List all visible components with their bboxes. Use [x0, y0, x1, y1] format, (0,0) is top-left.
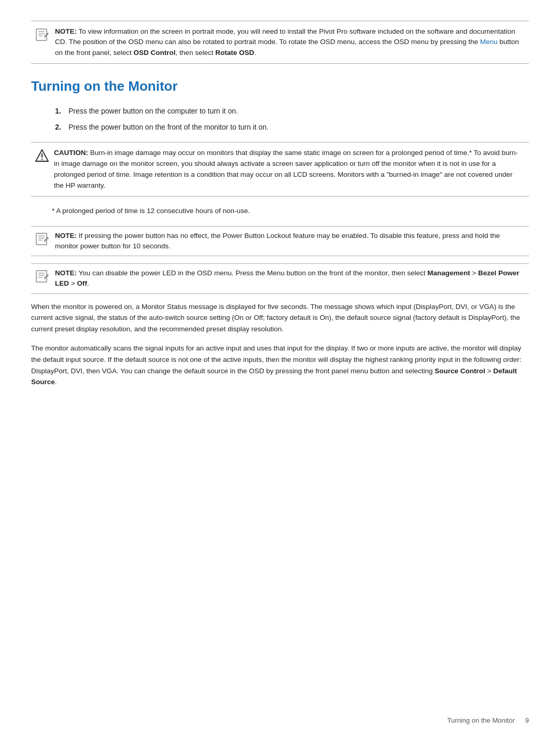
note2-text3: > [69, 279, 77, 287]
para2-text2: > [485, 367, 493, 375]
top-note-content4: . [254, 49, 256, 57]
para2-bold1: Source Control [435, 367, 485, 375]
note2-text: NOTE: You can disable the power LED in t… [55, 268, 523, 289]
page-footer: Turning on the Monitor 9 [447, 716, 529, 724]
step-1-num: 1. [52, 106, 61, 117]
note2-label: NOTE: [55, 269, 77, 277]
top-note-content: To view information on the screen in por… [55, 27, 515, 46]
note-icon [35, 27, 50, 42]
note2-body: You can disable the power LED in the OSD… [79, 269, 428, 277]
top-note-box: NOTE: To view information on the screen … [31, 21, 529, 64]
top-note-bold1: OSD Control [134, 49, 176, 57]
svg-rect-11 [36, 271, 47, 282]
top-note-label: NOTE: [55, 27, 77, 35]
step-1: 1. Press the power button on the compute… [52, 106, 529, 117]
caution-label: CAUTION: [54, 149, 88, 157]
step-2: 2. Press the power button on the front o… [52, 122, 529, 133]
menu-link[interactable]: Menu [480, 38, 498, 46]
caution-body: Burn-in image damage may occur on monito… [54, 149, 518, 189]
caution-icon [35, 149, 49, 164]
footer-page: 9 [525, 716, 529, 724]
note2-box: NOTE: You can disable the power LED in t… [31, 263, 529, 294]
svg-rect-0 [36, 29, 47, 40]
steps-list: 1. Press the power button on the compute… [52, 106, 529, 133]
para2-text3: . [55, 378, 57, 386]
caution-box: CAUTION: Burn-in image damage may occur … [31, 142, 529, 197]
svg-point-6 [41, 159, 43, 160]
note1-label: NOTE: [55, 232, 77, 240]
top-note-content3: , then select [176, 49, 216, 57]
note2-text4: . [87, 279, 89, 287]
body-para-2: The monitor automatically scans the sign… [31, 343, 529, 387]
note1-icon [35, 232, 50, 246]
note1-box: NOTE: If pressing the power button has n… [31, 226, 529, 257]
note2-bold3: Off [77, 279, 87, 287]
note2-text2: > [470, 269, 478, 277]
body-para-1: When the monitor is powered on, a Monito… [31, 301, 529, 335]
note2-icon [35, 269, 50, 284]
footnote: * A prolonged period of time is 12 conse… [52, 206, 529, 216]
step-2-num: 2. [52, 122, 61, 133]
svg-rect-7 [36, 233, 47, 245]
top-note-bold2: Rotate OSD [215, 49, 254, 57]
section-title: Turning on the Monitor [31, 78, 529, 94]
note1-body: If pressing the power button has no effe… [55, 232, 500, 250]
note2-bold1: Management [427, 269, 470, 277]
footer-label: Turning on the Monitor [447, 716, 514, 724]
note1-text: NOTE: If pressing the power button has n… [55, 231, 523, 252]
top-note-text: NOTE: To view information on the screen … [55, 26, 523, 58]
step-2-text: Press the power button on the front of t… [68, 122, 269, 133]
step-1-text: Press the power button on the computer t… [68, 106, 238, 117]
caution-text: CAUTION: Burn-in image damage may occur … [54, 148, 523, 191]
